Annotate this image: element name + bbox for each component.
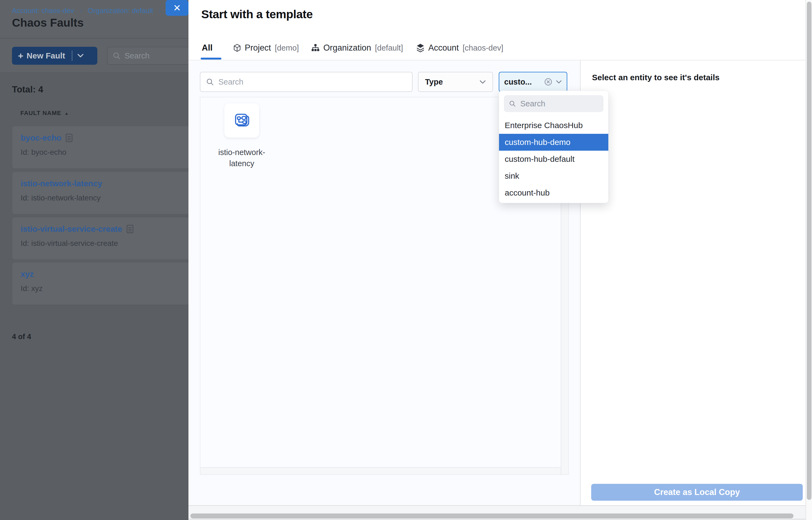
fault-search-input[interactable]: Search <box>107 47 188 65</box>
sort-ascending-icon[interactable]: ▲ <box>64 111 69 115</box>
drawer-scrollbar-strip <box>188 505 806 520</box>
fault-id: Id: istio-network-latency <box>21 193 101 202</box>
fault-name-link[interactable]: istio-network-latency <box>21 179 102 188</box>
tab-scope-badge: [default] <box>375 44 403 52</box>
tab-project[interactable]: Project [demo] <box>233 43 299 53</box>
template-card-istio-network-latency[interactable] <box>224 103 259 138</box>
page-title: Chaos Faults <box>12 16 84 29</box>
vertical-scrollbar-thumb[interactable] <box>807 2 811 500</box>
template-search-input[interactable] <box>218 78 407 86</box>
page-vertical-scrollbar[interactable] <box>806 0 812 520</box>
horizontal-scrollbar-thumb[interactable] <box>190 514 793 518</box>
table-row[interactable]: xyz Id: xyz <box>12 262 188 305</box>
close-button[interactable]: ✕ <box>166 0 188 16</box>
bottom-edge-strip <box>188 518 806 520</box>
breadcrumb: Account: chaos-dev › Organization: defau… <box>12 6 172 15</box>
tab-label: All <box>202 43 213 53</box>
fault-id: Id: istio-virtual-service-create <box>21 239 118 248</box>
option-account-hub[interactable]: account-hub <box>499 184 608 201</box>
tab-organization[interactable]: Organization [default] <box>311 43 403 53</box>
fault-name-link[interactable]: byoc-echo <box>21 133 61 142</box>
template-card-label[interactable]: istio-network-latency <box>212 147 272 169</box>
tab-all[interactable]: All <box>202 43 213 53</box>
pagination-status: 4 of 4 <box>12 333 31 341</box>
hierarchy-icon <box>311 44 319 52</box>
type-filter-label: Type <box>425 78 443 86</box>
new-fault-label: New Fault <box>27 51 65 60</box>
document-icon[interactable] <box>127 225 133 233</box>
search-icon <box>112 52 121 60</box>
tab-label: Organization <box>323 43 371 53</box>
breadcrumb-organization[interactable]: Organization: default <box>88 6 153 15</box>
column-header-fault-name[interactable]: FAULT NAME ▲ <box>20 110 69 117</box>
dimmed-page-background: Account: chaos-dev › Organization: defau… <box>0 0 188 520</box>
drawer-body: Type custo... <box>188 60 806 505</box>
active-tab-indicator <box>201 58 221 59</box>
breadcrumb-separator-icon: › <box>159 7 161 15</box>
plus-icon: + <box>18 51 23 61</box>
search-icon <box>206 78 214 86</box>
page-header: Account: chaos-dev › Organization: defau… <box>0 0 188 38</box>
screen: Account: chaos-dev › Organization: defau… <box>0 0 812 520</box>
breadcrumb-separator-icon: › <box>80 7 82 15</box>
fault-list-section: Total: 4 FAULT NAME ▲ byoc-echo Id: byoc… <box>0 73 188 520</box>
chevron-down-icon <box>479 80 486 84</box>
tab-scope-badge: [chaos-dev] <box>463 44 503 52</box>
table-row[interactable]: istio-virtual-service-create Id: istio-v… <box>12 217 188 260</box>
new-fault-button[interactable]: + New Fault <box>12 47 97 65</box>
chevron-down-icon <box>556 80 562 84</box>
breadcrumb-account[interactable]: Account: chaos-dev <box>12 6 74 15</box>
fault-name-link[interactable]: istio-virtual-service-create <box>21 224 122 234</box>
tab-account[interactable]: Account [chaos-dev] <box>416 43 503 53</box>
inner-horizontal-scrollbar[interactable] <box>201 467 561 474</box>
button-divider <box>72 51 72 61</box>
close-icon: ✕ <box>173 2 181 13</box>
search-icon <box>509 100 516 108</box>
fault-id: Id: byoc-echo <box>21 148 67 157</box>
tab-label: Account <box>428 43 459 53</box>
tab-label: Project <box>245 43 271 53</box>
chevron-down-icon[interactable] <box>77 54 84 58</box>
option-enterprise-chaoshub[interactable]: Enterprise ChaosHub <box>499 117 608 134</box>
total-count: Total: 4 <box>12 84 43 95</box>
create-local-copy-button[interactable]: Create as Local Copy <box>591 484 803 501</box>
tab-scope-badge: [demo] <box>274 44 299 52</box>
dropdown-search[interactable] <box>504 95 603 112</box>
table-row[interactable]: istio-network-latency Id: istio-network-… <box>12 172 188 214</box>
dropdown-options: Enterprise ChaosHub custom-hub-demo cust… <box>499 117 608 201</box>
chaoshub-dropdown-menu: Enterprise ChaosHub custom-hub-demo cust… <box>499 90 609 203</box>
details-panel: Select an entity to see it's details Cre… <box>580 60 806 505</box>
option-custom-hub-demo[interactable]: custom-hub-demo <box>499 134 608 151</box>
clear-filter-icon[interactable] <box>544 78 553 86</box>
document-icon[interactable] <box>66 134 72 142</box>
drawer-title: Start with a template <box>201 8 313 21</box>
page-toolbar: + New Fault Search <box>0 38 188 73</box>
template-icon <box>233 112 251 129</box>
fault-name-link[interactable]: xyz <box>21 269 34 279</box>
template-search[interactable] <box>200 72 413 92</box>
start-with-template-drawer: Start with a template All Project [demo]… <box>188 0 806 520</box>
table-row[interactable]: byoc-echo Id: byoc-echo <box>12 126 188 168</box>
layers-icon <box>416 44 424 52</box>
option-sink[interactable]: sink <box>499 167 608 184</box>
chaoshub-filter-select[interactable]: custo... <box>499 72 567 92</box>
fault-id: Id: xyz <box>21 284 43 293</box>
search-placeholder: Search <box>125 51 150 60</box>
column-header-label: FAULT NAME <box>20 110 61 117</box>
dropdown-search-input[interactable] <box>520 99 599 108</box>
type-filter-select[interactable]: Type <box>418 72 493 92</box>
option-custom-hub-default[interactable]: custom-hub-default <box>499 151 608 167</box>
chaoshub-filter-value: custo... <box>504 78 544 86</box>
template-browser: Type custo... <box>188 60 580 505</box>
details-empty-state: Select an entity to see it's details <box>592 73 719 82</box>
cube-icon <box>233 44 241 52</box>
